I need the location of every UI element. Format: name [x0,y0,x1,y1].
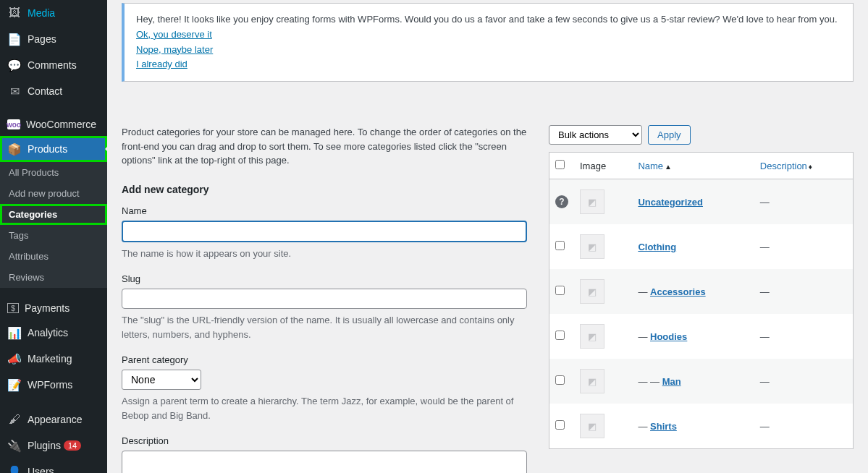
row-checkbox[interactable] [555,331,565,340]
placeholder-image-icon: ◩ [580,234,604,259]
table-row[interactable]: ?◩Uncategorized— [549,179,854,225]
table-row[interactable]: ◩— Shirts— [549,404,854,449]
main-content: Hey, there! It looks like you enjoy crea… [107,0,868,473]
sidebar-item-users[interactable]: 👤Users [0,459,107,473]
category-description: — [754,314,854,359]
category-description: — [754,404,854,449]
row-checkbox[interactable] [555,286,565,295]
wpforms-notice: Hey, there! It looks like you enjoy crea… [122,3,854,82]
form-heading: Add new category [122,184,527,195]
description-input[interactable] [122,451,527,473]
media-icon: 🖼 [7,6,22,20]
col-image: Image [574,153,632,179]
notice-link-ok[interactable]: Ok, you deserve it [136,27,212,43]
apply-button[interactable]: Apply [648,125,691,145]
name-help: The name is how it appears on your site. [122,247,527,261]
submenu-attributes[interactable]: Attributes [0,246,107,267]
appearance-icon: 🖌 [7,412,22,427]
contact-icon: ✉ [7,84,22,98]
row-checkbox[interactable] [555,375,565,385]
submenu-add-product[interactable]: Add new product [0,183,107,204]
submenu-tags[interactable]: Tags [0,225,107,246]
active-pointer-icon [105,143,111,155]
admin-sidebar: 🖼Media 📄Pages 💬Comments ✉Contact wooWooC… [0,0,107,473]
sidebar-item-woocommerce[interactable]: wooWooCommerce [0,113,107,136]
select-all-checkbox[interactable] [555,160,565,169]
bulk-actions-select[interactable]: Bulk actions [549,125,642,145]
sidebar-item-contact[interactable]: ✉Contact [0,78,107,104]
pages-icon: 📄 [7,32,22,46]
notice-link-already[interactable]: I already did [136,57,187,72]
sidebar-item-plugins[interactable]: 🔌Plugins14 [0,432,107,459]
notice-text: Hey, there! It looks like you enjoy crea… [136,12,841,27]
table-row[interactable]: ◩Clothing— [549,224,854,269]
placeholder-image-icon: ◩ [580,189,604,214]
slug-input[interactable] [122,289,527,309]
category-name-link[interactable]: Shirts [650,421,677,432]
parent-label: Parent category [122,354,527,365]
comments-icon: 💬 [7,58,22,72]
sidebar-item-payments[interactable]: $Payments [0,297,107,320]
slug-help: The "slug" is the URL-friendly version o… [122,313,527,341]
parent-help: Assign a parent term to create a hierarc… [122,394,527,422]
sort-icon: ▲ [665,163,672,171]
sidebar-item-analytics[interactable]: 📊Analytics [0,320,107,346]
category-description: — [754,179,854,225]
submenu-categories[interactable]: Categories [0,204,107,225]
add-category-form: Product categories for your store can be… [122,125,527,473]
woocommerce-icon: woo [7,119,20,129]
category-name-link[interactable]: Uncategorized [638,197,703,208]
sort-icon: ♦ [809,163,812,171]
sidebar-item-appearance[interactable]: 🖌Appearance [0,406,107,432]
plugins-badge: 14 [64,440,81,451]
table-row[interactable]: ◩— — Man— [549,359,854,404]
payments-icon: $ [7,303,19,313]
name-label: Name [122,205,527,216]
marketing-icon: 📣 [7,351,22,366]
table-row[interactable]: ◩— Accessories— [549,269,854,314]
category-name-link[interactable]: Accessories [650,286,706,297]
categories-table-section: Bulk actions Apply Image Name▲ Descripti… [549,125,854,473]
categories-table: Image Name▲ Description♦ ?◩Uncategorized… [549,152,854,449]
intro-text: Product categories for your store can be… [122,125,527,168]
wpforms-icon: 📝 [7,378,22,392]
sidebar-item-wpforms[interactable]: 📝WPForms [0,372,107,398]
category-description: — [754,224,854,269]
category-name-link[interactable]: Clothing [638,242,676,252]
sidebar-item-pages[interactable]: 📄Pages [0,26,107,52]
row-checkbox[interactable] [555,241,565,250]
category-description: — [754,269,854,314]
submenu-all-products[interactable]: All Products [0,162,107,183]
submenu-reviews[interactable]: Reviews [0,267,107,288]
category-name-link[interactable]: Man [662,376,681,387]
placeholder-image-icon: ◩ [580,414,604,438]
sidebar-item-media[interactable]: 🖼Media [0,0,107,26]
placeholder-image-icon: ◩ [580,369,604,393]
products-submenu: All Products Add new product Categories … [0,162,107,288]
col-description[interactable]: Description♦ [754,153,854,179]
analytics-icon: 📊 [7,325,22,340]
category-name-link[interactable]: Hoodies [650,331,687,342]
col-name[interactable]: Name▲ [632,153,754,179]
sidebar-item-comments[interactable]: 💬Comments [0,52,107,78]
row-checkbox[interactable] [555,420,565,430]
table-row[interactable]: ◩— Hoodies— [549,314,854,359]
sidebar-item-marketing[interactable]: 📣Marketing [0,346,107,372]
name-input[interactable] [122,221,527,242]
category-description: — [754,359,854,404]
parent-select[interactable]: None [122,370,201,390]
sidebar-item-products[interactable]: 📦Products [0,136,107,162]
slug-label: Slug [122,273,527,284]
plugins-icon: 🔌 [7,438,22,453]
default-category-icon: ? [555,195,568,208]
notice-link-nope[interactable]: Nope, maybe later [136,43,213,58]
placeholder-image-icon: ◩ [580,279,604,304]
products-icon: 📦 [7,142,22,156]
description-label: Description [122,435,527,446]
placeholder-image-icon: ◩ [580,324,604,349]
users-icon: 👤 [7,464,22,473]
